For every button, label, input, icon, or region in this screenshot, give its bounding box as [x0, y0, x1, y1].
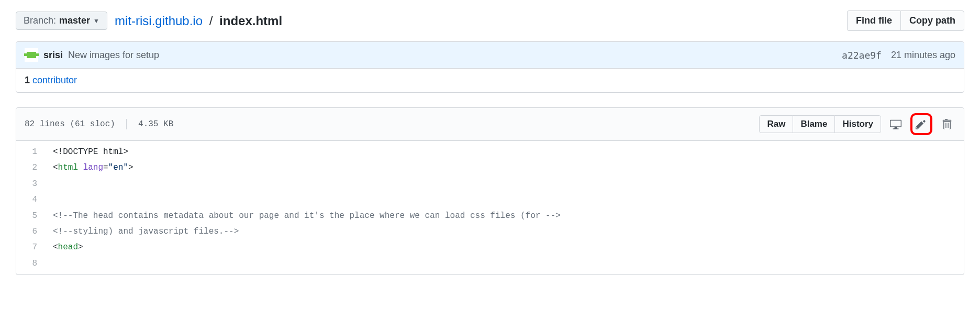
breadcrumb: mit-risi.github.io / index.html: [115, 14, 282, 28]
copy-path-button[interactable]: Copy path: [900, 10, 964, 31]
line-content: <!DOCTYPE html>: [48, 144, 128, 160]
line-content: [48, 192, 53, 207]
file-view-box: 82 lines (61 sloc) 4.35 KB Raw Blame His…: [16, 107, 964, 275]
raw-button[interactable]: Raw: [759, 115, 793, 133]
code-line: 3: [16, 176, 964, 192]
avatar[interactable]: [25, 48, 38, 62]
code-line: 5 <!--The head contains metadata about o…: [16, 208, 964, 224]
line-content: <html lang="en">: [48, 160, 133, 175]
line-number[interactable]: 8: [16, 256, 48, 271]
line-content: [48, 256, 53, 271]
contributors-count: 1: [25, 75, 30, 85]
file-actions: Raw Blame History: [759, 113, 955, 135]
caret-down-icon: ▼: [93, 17, 99, 25]
line-content: <!--The head contains metadata about our…: [48, 208, 561, 224]
view-mode-group: Raw Blame History: [759, 115, 881, 133]
breadcrumb-separator: /: [209, 14, 213, 28]
commit-meta: a22ae9f 21 minutes ago: [842, 50, 955, 61]
code-viewer: 1 <!DOCTYPE html> 2 <html lang="en"> 3 4…: [16, 141, 964, 274]
trash-icon[interactable]: [939, 116, 955, 133]
line-number[interactable]: 5: [16, 208, 48, 224]
file-lines: 82 lines (61 sloc): [25, 119, 115, 129]
commit-header: srisi New images for setup a22ae9f 21 mi…: [16, 42, 964, 69]
file-header-row: Branch: master ▼ mit-risi.github.io / in…: [16, 10, 964, 31]
branch-select-button[interactable]: Branch: master ▼: [16, 12, 107, 30]
line-number[interactable]: 7: [16, 239, 48, 255]
contributors-label: contributor: [32, 75, 77, 85]
commit-author-section: srisi New images for setup: [25, 48, 159, 62]
line-number[interactable]: 2: [16, 160, 48, 175]
find-file-button[interactable]: Find file: [847, 10, 900, 31]
commit-time: 21 minutes ago: [891, 50, 955, 61]
code-line: 8: [16, 256, 964, 271]
contributors-row[interactable]: 1 contributor: [16, 69, 964, 92]
line-number[interactable]: 4: [16, 192, 48, 207]
line-number[interactable]: 1: [16, 144, 48, 160]
line-content: <!--styling) and javascript files.-->: [48, 224, 239, 239]
branch-name: master: [59, 15, 90, 26]
code-line: 6 <!--styling) and javascript files.-->: [16, 224, 964, 239]
file-info: 82 lines (61 sloc) 4.35 KB: [25, 119, 173, 129]
line-content: <head>: [48, 239, 83, 255]
branch-label: Branch:: [24, 15, 56, 26]
edit-pencil-icon[interactable]: [910, 113, 932, 135]
desktop-icon[interactable]: [887, 116, 904, 133]
commit-author-link[interactable]: srisi: [43, 50, 63, 61]
commit-message-link[interactable]: New images for setup: [68, 50, 159, 61]
line-content: [48, 176, 53, 192]
history-button[interactable]: History: [834, 115, 881, 133]
info-divider: [126, 119, 127, 129]
commit-sha-link[interactable]: a22ae9f: [842, 50, 882, 61]
blame-button[interactable]: Blame: [793, 115, 834, 133]
commit-box: srisi New images for setup a22ae9f 21 mi…: [16, 41, 964, 93]
code-line: 1 <!DOCTYPE html>: [16, 144, 964, 160]
header-left: Branch: master ▼ mit-risi.github.io / in…: [16, 12, 282, 30]
line-number[interactable]: 3: [16, 176, 48, 192]
code-line: 7 <head>: [16, 239, 964, 255]
file-action-group: Find file Copy path: [847, 10, 964, 31]
breadcrumb-repo-link[interactable]: mit-risi.github.io: [115, 14, 203, 28]
breadcrumb-filename: index.html: [219, 14, 282, 28]
file-toolbar: 82 lines (61 sloc) 4.35 KB Raw Blame His…: [16, 108, 964, 141]
file-size: 4.35 KB: [138, 119, 173, 129]
code-line: 2 <html lang="en">: [16, 160, 964, 175]
line-number[interactable]: 6: [16, 224, 48, 239]
code-line: 4: [16, 192, 964, 207]
